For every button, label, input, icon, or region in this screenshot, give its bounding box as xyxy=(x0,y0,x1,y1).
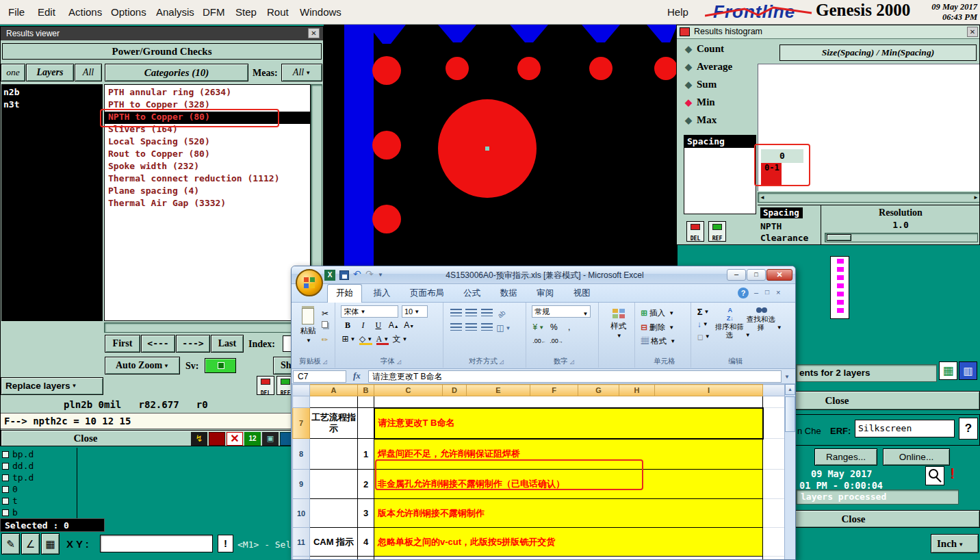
ranges-button[interactable]: Ranges... xyxy=(814,448,877,466)
layer-item[interactable]: n3t xyxy=(1,99,103,111)
auto-zoom-button[interactable]: Auto Zoom▼ xyxy=(105,357,180,374)
layer-toggle-row[interactable]: 0 xyxy=(0,483,77,494)
tab-view[interactable]: 视图 xyxy=(565,285,599,303)
increase-decimal-icon[interactable]: .00← xyxy=(532,335,546,347)
cell[interactable] xyxy=(374,557,763,560)
menu-file[interactable]: File xyxy=(8,6,25,18)
help-button[interactable]: ? xyxy=(959,418,978,440)
command-prompt-line[interactable]: F--> npth2c = 10 12 15 xyxy=(1,413,323,429)
online-button[interactable]: Online... xyxy=(883,448,950,466)
cell[interactable] xyxy=(763,470,785,499)
cell[interactable] xyxy=(763,557,785,560)
category-item[interactable]: Rout to Copper (80) xyxy=(105,149,310,161)
paste-button[interactable]: 粘贴▼ xyxy=(296,305,320,356)
maximize-button[interactable]: □ xyxy=(747,269,766,281)
tab-home[interactable]: 开始 xyxy=(327,284,362,303)
stat-option-average[interactable]: ◆Average xyxy=(685,61,756,79)
category-item[interactable]: Plane spacing (4) xyxy=(105,186,310,198)
cell[interactable]: 5 xyxy=(358,557,374,560)
xy-input[interactable] xyxy=(100,535,213,552)
comma-icon[interactable]: , xyxy=(563,322,575,333)
erf-input[interactable]: Silkscreen xyxy=(855,420,955,437)
copy-icon[interactable] xyxy=(322,321,328,328)
lightning-icon[interactable]: ↯ xyxy=(191,432,207,446)
category-item[interactable]: Thermal connect reduction (1112) xyxy=(105,173,310,186)
close-button[interactable]: Close xyxy=(62,431,109,446)
row-header[interactable]: 11 xyxy=(293,528,310,557)
qat-dropdown-icon[interactable]: ▼ xyxy=(378,272,383,278)
undo-icon[interactable]: ↶ xyxy=(353,268,361,279)
cell[interactable]: 4 xyxy=(358,528,374,557)
excel-title-bar[interactable]: X ↶ ↷ ▼ 4S153006A0-预审指示.xls [兼容模式] - Mic… xyxy=(292,266,795,284)
align-bottom-icon[interactable] xyxy=(481,309,493,316)
slider-thumb[interactable] xyxy=(827,234,851,241)
scroll-up-icon[interactable]: ▲ xyxy=(785,384,795,395)
tab-insert[interactable]: 插入 xyxy=(365,285,398,303)
draw-tool-button[interactable]: ✎ xyxy=(1,533,20,555)
alert-button[interactable]: ! xyxy=(218,535,233,552)
cell[interactable]: 2 xyxy=(358,470,374,499)
green-counter-icon[interactable]: 12 xyxy=(244,432,261,446)
formula-expand-icon[interactable]: ▼ xyxy=(784,374,790,380)
scroll-right-icon[interactable]: ► xyxy=(973,193,980,202)
autosum-icon[interactable]: Σ xyxy=(697,307,703,317)
measure-item-selected[interactable]: Spacing xyxy=(684,136,756,148)
stat-option-min-selected[interactable]: ◆Min xyxy=(685,97,756,114)
cell[interactable] xyxy=(310,439,358,470)
delete-cells-button[interactable]: 删除 xyxy=(649,323,665,331)
resolution-slider[interactable] xyxy=(825,233,978,242)
checkbox-icon[interactable] xyxy=(2,451,9,458)
measure-tool-button[interactable]: ∠ xyxy=(21,533,40,555)
scroll-left-icon[interactable]: ◄ xyxy=(758,193,765,202)
dialog-launcher-icon[interactable]: ◿ xyxy=(323,359,327,365)
units-dropdown[interactable]: Inch▼ xyxy=(931,534,979,553)
dialog-launcher-icon[interactable]: ◿ xyxy=(397,359,401,365)
tab-one[interactable]: one xyxy=(1,64,25,81)
font-name-select[interactable]: 宋体▼ xyxy=(341,305,398,318)
cell[interactable] xyxy=(763,528,785,557)
layer-toggle-row[interactable]: b xyxy=(0,506,77,518)
cell-c7-selected[interactable]: 请注意更改T B命名 xyxy=(374,408,763,439)
format-painter-icon[interactable]: ✏ xyxy=(322,335,328,344)
layer-toggle-row[interactable]: dd.d xyxy=(0,459,77,471)
save-icon[interactable] xyxy=(339,270,349,280)
histogram-title-bar[interactable]: Results histogram ✕ xyxy=(677,25,979,39)
category-item[interactable]: PTH annular ring (2634) xyxy=(105,87,310,99)
checkbox-icon[interactable] xyxy=(2,474,9,481)
row-header[interactable]: 7 xyxy=(293,408,310,439)
checkbox-icon[interactable] xyxy=(2,498,9,505)
cell[interactable] xyxy=(763,439,785,470)
ribbon-help-icon[interactable]: ? xyxy=(738,288,749,298)
phonetic-icon[interactable]: 文▼ xyxy=(393,333,408,345)
find-select-button[interactable]: 查找和选择▼ xyxy=(747,306,777,355)
checkbox-icon[interactable] xyxy=(2,463,9,470)
tab-formulas[interactable]: 公式 xyxy=(455,285,489,303)
menu-analysis[interactable]: Analysis xyxy=(156,6,194,18)
last-button[interactable]: Last xyxy=(211,335,244,353)
merge-center-icon[interactable]: ◫▼ xyxy=(496,322,511,334)
category-item[interactable]: Thermal Air Gap (3332) xyxy=(105,198,310,210)
column-header[interactable]: C xyxy=(374,385,443,396)
fill-icon[interactable]: ↓ xyxy=(697,320,701,329)
menu-rout[interactable]: Rout xyxy=(267,6,289,18)
column-header[interactable]: B xyxy=(358,385,374,396)
menu-help[interactable]: Help xyxy=(667,6,688,18)
format-cells-button[interactable]: 格式 xyxy=(651,337,667,345)
italic-button[interactable]: I xyxy=(357,320,369,331)
close-button[interactable]: ✕ xyxy=(766,269,792,281)
first-button[interactable]: First xyxy=(105,335,140,353)
insert-cells-button[interactable]: 插入 xyxy=(649,309,665,317)
layer-toggle-row[interactable]: t xyxy=(0,494,77,506)
column-header[interactable]: A xyxy=(310,385,358,396)
accounting-format-icon[interactable]: ¥▼ xyxy=(532,322,544,333)
layer-item[interactable]: n2b xyxy=(1,86,103,99)
cut-icon[interactable]: ✂ xyxy=(322,309,328,318)
panel-view-button[interactable]: ▥ xyxy=(959,361,977,380)
sort-filter-button[interactable]: AZ↓ 排序和筛选▼ xyxy=(715,306,745,355)
orientation-icon[interactable]: ab xyxy=(494,307,511,323)
cell-a11[interactable]: CAM 指示 xyxy=(310,528,358,557)
close-icon[interactable]: ✕ xyxy=(967,27,978,37)
cell[interactable]: 版本允许削铜接不露铜制作 xyxy=(374,499,763,528)
row-header[interactable] xyxy=(293,557,310,560)
column-header[interactable]: D xyxy=(443,385,467,396)
